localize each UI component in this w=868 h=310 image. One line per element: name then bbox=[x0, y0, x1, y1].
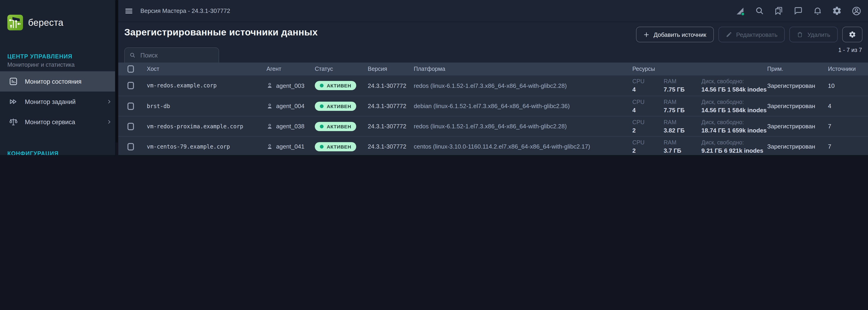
beresta-logo-icon bbox=[7, 15, 23, 30]
column-agent: Агент bbox=[267, 66, 315, 72]
cpu-value: 4 bbox=[632, 86, 664, 93]
version-cell: 24.3.1-307772 bbox=[368, 103, 414, 109]
agent-cell: agent_003 bbox=[267, 82, 315, 89]
host-cell: vm-redos-proxima.example.corp bbox=[147, 123, 267, 130]
signal-triangle-icon[interactable] bbox=[735, 6, 745, 16]
pagination-range: 1 - 7 из 7 bbox=[838, 43, 862, 54]
sources-cell: 7 bbox=[828, 123, 868, 130]
status-cell: АКТИВЕН bbox=[315, 142, 368, 151]
resources-cell: CPU 4 RAM 7.75 ГБ Диск, свободно: 14.56 … bbox=[632, 78, 767, 93]
sidebar-item-monitor-service[interactable]: Монитор сервиса bbox=[0, 112, 118, 132]
brand-name: береста bbox=[28, 17, 63, 28]
version-cell: 24.3.1-307772 bbox=[368, 82, 414, 89]
status-label: АКТИВЕН bbox=[327, 144, 351, 149]
agent-cell: agent_041 bbox=[267, 143, 315, 150]
chat-icon[interactable] bbox=[794, 6, 803, 15]
add-source-button[interactable]: Добавить источник bbox=[636, 27, 714, 42]
status-badge: АКТИВЕН bbox=[315, 122, 356, 131]
disk-value: 18.74 ГБ 1 659k inodes bbox=[702, 127, 767, 134]
search-icon[interactable] bbox=[755, 6, 765, 15]
cpu-resource: CPU 2 bbox=[632, 119, 664, 134]
column-platform: Платформа bbox=[414, 66, 632, 72]
row-checkbox[interactable] bbox=[127, 143, 134, 150]
select-all-checkbox[interactable] bbox=[127, 65, 134, 73]
table-row[interactable]: brst-db agent_004 АКТИВЕН 24.3.1-307772 … bbox=[118, 96, 868, 116]
note-cell: Зарегистрирован bbox=[767, 103, 828, 109]
gear-icon[interactable] bbox=[832, 6, 842, 15]
row-checkbox[interactable] bbox=[127, 102, 134, 110]
ram-value: 7.75 ГБ bbox=[664, 86, 702, 93]
person-icon bbox=[267, 103, 273, 109]
sidebar-item-monitor-tasks[interactable]: Монитор заданий bbox=[0, 92, 118, 112]
user-icon[interactable] bbox=[851, 6, 862, 16]
ram-label: RAM bbox=[664, 99, 702, 105]
note-cell: Зарегистрирован bbox=[767, 82, 828, 89]
ram-resource: RAM 7.75 ГБ bbox=[664, 78, 702, 93]
scales-icon bbox=[8, 117, 19, 127]
table-row[interactable]: vm-centos-79.example.corp agent_041 АКТИ… bbox=[118, 136, 868, 155]
cpu-value: 2 bbox=[632, 127, 664, 134]
add-source-label: Добавить источник bbox=[654, 31, 706, 38]
disk-label: Диск, свободно: bbox=[702, 78, 767, 84]
sidebar-scrollbar[interactable] bbox=[115, 0, 118, 155]
platform-cell: redos (linux-6.1.52-1.el7.3.x86_64-x86_6… bbox=[414, 123, 632, 130]
topbar-icons bbox=[735, 6, 862, 16]
status-label: АКТИВЕН bbox=[327, 103, 351, 109]
ram-resource: RAM 3.82 ГБ bbox=[664, 119, 702, 134]
master-version-label: Версия Мастера - 24.3.1-307772 bbox=[141, 7, 230, 14]
status-cell: АКТИВЕН bbox=[315, 122, 368, 131]
sidebar: береста ЦЕНТР УПРАВЛЕНИЯ Мониторинг и ст… bbox=[0, 0, 118, 155]
bell-icon[interactable] bbox=[813, 6, 823, 15]
search-input[interactable] bbox=[140, 51, 214, 59]
hamburger-menu-icon[interactable] bbox=[124, 6, 133, 15]
agent-label: agent_004 bbox=[276, 103, 305, 109]
table-settings-button[interactable] bbox=[842, 27, 863, 42]
main-area: Версия Мастера - 24.3.1-307772 bbox=[118, 0, 868, 155]
edit-label: Редактировать bbox=[736, 31, 778, 38]
section-subtitle-control-center: Мониторинг и статистика bbox=[7, 62, 111, 68]
sidebar-item-monitor-state[interactable]: Монитор состояния bbox=[0, 71, 118, 92]
sources-cell: 7 bbox=[828, 143, 868, 150]
sources-cell: 10 bbox=[828, 82, 868, 89]
ram-label: RAM bbox=[664, 78, 702, 84]
row-checkbox[interactable] bbox=[127, 123, 134, 130]
topbar: Версия Мастера - 24.3.1-307772 bbox=[118, 0, 868, 22]
table-body: vm-redos.example.corp agent_003 АКТИВЕН … bbox=[118, 75, 868, 155]
sidebar-item-label: Монитор заданий bbox=[25, 98, 100, 105]
plus-icon bbox=[643, 32, 649, 37]
search-icon bbox=[129, 52, 136, 59]
platform-cell: centos (linux-3.10.0-1160.114.2.el7.x86_… bbox=[414, 143, 632, 150]
cpu-resource: CPU 4 bbox=[632, 99, 664, 113]
table-toolbar: 1 - 7 из 7 bbox=[118, 43, 868, 63]
cpu-resource: CPU 2 bbox=[632, 139, 664, 154]
agent-label: agent_038 bbox=[276, 123, 305, 130]
table-row[interactable]: vm-redos.example.corp agent_003 АКТИВЕН … bbox=[118, 75, 868, 96]
agent-cell: agent_004 bbox=[267, 103, 315, 109]
pencil-icon bbox=[725, 31, 732, 38]
disk-value: 14.56 ГБ 1 584k inodes bbox=[702, 106, 767, 113]
edit-button[interactable]: Редактировать bbox=[718, 27, 785, 42]
search-box[interactable] bbox=[124, 47, 219, 63]
cpu-label: CPU bbox=[632, 99, 664, 105]
bookmarks-icon[interactable] bbox=[774, 6, 784, 15]
sidebar-item-label: Монитор состояния bbox=[25, 78, 112, 85]
disk-resource: Диск, свободно: 14.56 ГБ 1 584k inodes bbox=[702, 78, 767, 93]
resources-cell: CPU 4 RAM 7.75 ГБ Диск, свободно: 14.56 … bbox=[632, 99, 767, 113]
cpu-label: CPU bbox=[632, 139, 664, 145]
agent-label: agent_041 bbox=[276, 143, 305, 150]
note-cell: Зарегистрирован bbox=[767, 143, 828, 150]
row-checkbox[interactable] bbox=[127, 82, 134, 89]
sidebar-item-label: Монитор сервиса bbox=[25, 118, 100, 125]
status-dot bbox=[320, 84, 323, 88]
page-title: Зарегистрированные источники данных bbox=[124, 27, 318, 38]
status-label: АКТИВЕН bbox=[327, 83, 351, 88]
host-cell: brst-db bbox=[147, 103, 267, 109]
table-header: Хост Агент Статус Версия Платформа Ресур… bbox=[118, 63, 868, 75]
disk-label: Диск, свободно: bbox=[702, 99, 767, 105]
cpu-label: CPU bbox=[632, 119, 664, 125]
column-host: Хост bbox=[147, 66, 267, 72]
disk-value: 14.56 ГБ 1 584k inodes bbox=[702, 86, 767, 93]
status-badge: АКТИВЕН bbox=[315, 101, 356, 111]
delete-button[interactable]: Удалить bbox=[789, 27, 838, 42]
table-row[interactable]: vm-redos-proxima.example.corp agent_038 … bbox=[118, 116, 868, 136]
